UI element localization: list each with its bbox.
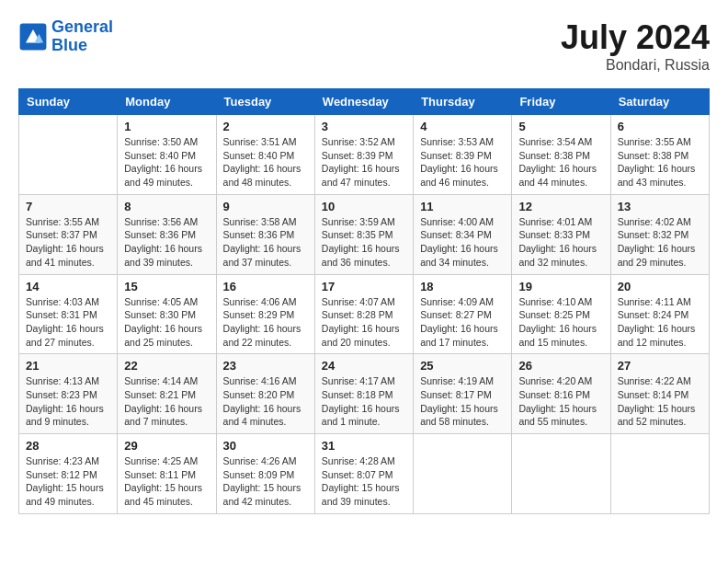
cell-content: Sunrise: 4:10 AM Sunset: 8:25 PM Dayligh… [518,295,603,350]
cell-content: Sunrise: 4:13 AM Sunset: 8:23 PM Dayligh… [26,374,110,429]
day-number: 14 [26,280,110,293]
calendar-cell: 21Sunrise: 4:13 AM Sunset: 8:23 PM Dayli… [19,354,118,434]
day-number: 27 [618,359,702,373]
calendar-cell: 9Sunrise: 3:58 AM Sunset: 8:36 PM Daylig… [216,194,314,274]
cell-content: Sunrise: 3:59 AM Sunset: 8:35 PM Dayligh… [322,215,406,270]
day-number: 13 [618,200,702,213]
calendar-cell: 19Sunrise: 4:10 AM Sunset: 8:25 PM Dayli… [512,274,610,354]
cell-content: Sunrise: 4:17 AM Sunset: 8:18 PM Dayligh… [322,374,406,429]
day-number: 31 [322,439,406,453]
day-number: 17 [322,280,406,293]
day-number: 16 [223,280,308,293]
cell-content: Sunrise: 4:02 AM Sunset: 8:32 PM Dayligh… [618,215,702,270]
calendar-cell: 13Sunrise: 4:02 AM Sunset: 8:32 PM Dayli… [610,194,709,274]
cell-content: Sunrise: 4:20 AM Sunset: 8:16 PM Dayligh… [518,374,603,429]
calendar-cell: 27Sunrise: 4:22 AM Sunset: 8:14 PM Dayli… [610,354,709,434]
day-number: 23 [223,359,308,373]
day-number: 29 [124,439,209,453]
calendar-cell: 1Sunrise: 3:50 AM Sunset: 8:40 PM Daylig… [118,115,216,195]
cell-content: Sunrise: 4:00 AM Sunset: 8:34 PM Dayligh… [420,215,505,270]
day-number: 5 [518,120,603,133]
cell-content: Sunrise: 3:55 AM Sunset: 8:38 PM Dayligh… [618,135,702,190]
day-number: 20 [618,280,702,293]
calendar-cell: 30Sunrise: 4:26 AM Sunset: 8:09 PM Dayli… [216,434,314,514]
weekday-header: Thursday [414,89,512,115]
cell-content: Sunrise: 3:52 AM Sunset: 8:39 PM Dayligh… [322,135,406,190]
day-number: 10 [322,200,406,213]
calendar-cell: 10Sunrise: 3:59 AM Sunset: 8:35 PM Dayli… [314,194,413,274]
cell-content: Sunrise: 4:05 AM Sunset: 8:30 PM Dayligh… [124,295,209,350]
calendar-cell: 8Sunrise: 3:56 AM Sunset: 8:36 PM Daylig… [118,194,216,274]
calendar-cell: 25Sunrise: 4:19 AM Sunset: 8:17 PM Dayli… [414,354,512,434]
calendar-cell: 14Sunrise: 4:03 AM Sunset: 8:31 PM Dayli… [19,274,118,354]
calendar-cell: 15Sunrise: 4:05 AM Sunset: 8:30 PM Dayli… [118,274,216,354]
calendar-cell: 16Sunrise: 4:06 AM Sunset: 8:29 PM Dayli… [216,274,314,354]
cell-content: Sunrise: 4:11 AM Sunset: 8:24 PM Dayligh… [618,295,702,350]
page-header: General Blue July 2024 Bondari, Russia [18,18,710,74]
calendar-week-row: 7Sunrise: 3:55 AM Sunset: 8:37 PM Daylig… [19,194,710,274]
calendar-cell: 22Sunrise: 4:14 AM Sunset: 8:21 PM Dayli… [118,354,216,434]
logo: General Blue [18,18,113,55]
day-number: 7 [26,200,110,213]
month-title: July 2024 [561,18,710,57]
calendar-cell: 29Sunrise: 4:25 AM Sunset: 8:11 PM Dayli… [118,434,216,514]
weekday-header: Friday [512,89,610,115]
cell-content: Sunrise: 3:56 AM Sunset: 8:36 PM Dayligh… [124,215,209,270]
cell-content: Sunrise: 4:01 AM Sunset: 8:33 PM Dayligh… [518,215,603,270]
logo-line1: General [51,18,113,37]
title-block: July 2024 Bondari, Russia [561,18,710,74]
calendar-cell: 6Sunrise: 3:55 AM Sunset: 8:38 PM Daylig… [610,115,709,195]
calendar-cell: 11Sunrise: 4:00 AM Sunset: 8:34 PM Dayli… [414,194,512,274]
cell-content: Sunrise: 4:03 AM Sunset: 8:31 PM Dayligh… [26,295,110,350]
day-number: 3 [322,120,406,133]
calendar-week-row: 21Sunrise: 4:13 AM Sunset: 8:23 PM Dayli… [19,354,710,434]
cell-content: Sunrise: 4:07 AM Sunset: 8:28 PM Dayligh… [322,295,406,350]
calendar-cell: 4Sunrise: 3:53 AM Sunset: 8:39 PM Daylig… [414,115,512,195]
cell-content: Sunrise: 3:51 AM Sunset: 8:40 PM Dayligh… [223,135,308,190]
calendar-cell [414,434,512,514]
cell-content: Sunrise: 4:06 AM Sunset: 8:29 PM Dayligh… [223,295,308,350]
calendar-week-row: 28Sunrise: 4:23 AM Sunset: 8:12 PM Dayli… [19,434,710,514]
logo-line2: Blue [51,37,113,55]
weekday-header: Tuesday [216,89,314,115]
calendar-cell: 28Sunrise: 4:23 AM Sunset: 8:12 PM Dayli… [19,434,118,514]
day-number: 9 [223,200,308,213]
cell-content: Sunrise: 3:58 AM Sunset: 8:36 PM Dayligh… [223,215,308,270]
calendar-cell: 26Sunrise: 4:20 AM Sunset: 8:16 PM Dayli… [512,354,610,434]
calendar-cell: 17Sunrise: 4:07 AM Sunset: 8:28 PM Dayli… [314,274,413,354]
cell-content: Sunrise: 3:53 AM Sunset: 8:39 PM Dayligh… [420,135,505,190]
cell-content: Sunrise: 4:22 AM Sunset: 8:14 PM Dayligh… [618,374,702,429]
cell-content: Sunrise: 3:54 AM Sunset: 8:38 PM Dayligh… [518,135,603,190]
cell-content: Sunrise: 3:55 AM Sunset: 8:37 PM Dayligh… [26,215,110,270]
logo-icon [18,22,48,52]
cell-content: Sunrise: 4:14 AM Sunset: 8:21 PM Dayligh… [124,374,209,429]
day-number: 15 [124,280,209,293]
day-number: 12 [518,200,603,213]
day-number: 4 [420,120,505,133]
day-number: 18 [420,280,505,293]
cell-content: Sunrise: 4:19 AM Sunset: 8:17 PM Dayligh… [420,374,505,429]
calendar-cell: 24Sunrise: 4:17 AM Sunset: 8:18 PM Dayli… [314,354,413,434]
day-number: 30 [223,439,308,453]
day-number: 24 [322,359,406,373]
calendar-cell: 18Sunrise: 4:09 AM Sunset: 8:27 PM Dayli… [414,274,512,354]
weekday-header: Wednesday [314,89,413,115]
calendar-cell [512,434,610,514]
calendar-cell: 2Sunrise: 3:51 AM Sunset: 8:40 PM Daylig… [216,115,314,195]
calendar-header-row: SundayMondayTuesdayWednesdayThursdayFrid… [19,89,710,115]
day-number: 26 [518,359,603,373]
day-number: 21 [26,359,110,373]
day-number: 8 [124,200,209,213]
day-number: 11 [420,200,505,213]
calendar-cell: 31Sunrise: 4:28 AM Sunset: 8:07 PM Dayli… [314,434,413,514]
day-number: 6 [618,120,702,133]
calendar-cell: 20Sunrise: 4:11 AM Sunset: 8:24 PM Dayli… [610,274,709,354]
cell-content: Sunrise: 4:28 AM Sunset: 8:07 PM Dayligh… [322,454,406,509]
calendar-cell [19,115,118,195]
calendar-cell [610,434,709,514]
day-number: 2 [223,120,308,133]
calendar-week-row: 14Sunrise: 4:03 AM Sunset: 8:31 PM Dayli… [19,274,710,354]
day-number: 25 [420,359,505,373]
location: Bondari, Russia [561,57,710,74]
calendar-cell: 7Sunrise: 3:55 AM Sunset: 8:37 PM Daylig… [19,194,118,274]
